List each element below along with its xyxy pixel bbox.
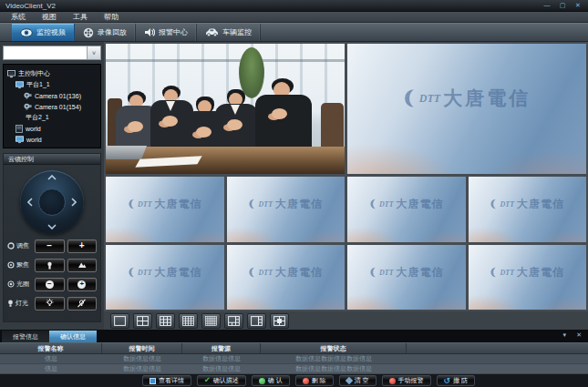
layout-1plus7-button[interactable] — [247, 313, 266, 329]
ptz-direction-pad[interactable] — [20, 170, 84, 234]
focus-near-button[interactable] — [35, 259, 65, 272]
camera-icon — [24, 103, 32, 110]
video-tile-idle[interactable]: DTT 大唐電信 — [347, 245, 466, 311]
tree-item-platform2[interactable]: 平台2_1 — [5, 112, 98, 123]
iris-label: 光圈 — [7, 280, 32, 289]
confirm-description-button[interactable]: ✔ 确认描述 — [197, 375, 246, 386]
table-row[interactable]: 信息 数据信息信息 数据信息信息 数据信息数据信息数据信息 — [0, 354, 588, 364]
target-icon — [7, 261, 15, 269]
window-title: VideoClient_V2 — [5, 2, 56, 10]
tree-item-world-2[interactable]: world — [5, 134, 98, 145]
tab-label: 报警中心 — [159, 27, 188, 37]
tab-confirm-info[interactable]: 确认信息 — [49, 331, 97, 342]
close-icon[interactable]: ✕ — [573, 1, 583, 10]
layout-pip-button[interactable] — [270, 313, 289, 329]
ring-icon — [7, 242, 15, 250]
menu-system[interactable]: 系统 — [3, 12, 34, 22]
cell-alarm-source: 数据信息信息 — [182, 364, 261, 373]
alarm-table-header: 报警名称 报警时间 报警源 报警状态 — [0, 342, 588, 354]
light-label: 灯光 — [7, 299, 32, 308]
cell-alarm-source: 数据信息信息 — [182, 354, 261, 363]
video-tile-live-camera[interactable] — [106, 44, 345, 174]
computer-icon — [15, 136, 24, 144]
tab-monitor-video[interactable]: 监控视频 — [12, 24, 75, 41]
tree-item-world-1[interactable]: world — [5, 123, 98, 134]
ptz-panel: 云镜控制 调焦 − + 聚焦 — [3, 153, 101, 322]
datang-telecom-watermark: DTT 大唐電信 — [369, 264, 444, 280]
arrow-left-icon[interactable] — [27, 198, 33, 207]
cell-alarm-name: 信息 — [0, 354, 102, 363]
chevron-down-icon[interactable]: ˅ — [87, 46, 100, 59]
light-off-button[interactable] — [67, 297, 98, 311]
tree-item-platform1[interactable]: 平台1_1 — [5, 79, 98, 90]
video-tile-idle[interactable]: DTT 大唐電信 — [227, 177, 346, 242]
layout-9-button[interactable] — [156, 313, 175, 329]
device-combobox[interactable]: ˅ — [3, 46, 101, 60]
light-on-button[interactable] — [35, 297, 65, 311]
datang-telecom-watermark: DTT 大唐電信 — [403, 86, 531, 111]
video-tile-idle[interactable]: DTT 大唐電信 — [106, 245, 224, 311]
tab-alarm-info[interactable]: 报警信息 — [2, 331, 49, 342]
menu-help[interactable]: 帮助 — [96, 12, 127, 22]
green-dot-icon — [259, 378, 265, 384]
column-alarm-status: 报警状态 — [261, 343, 407, 353]
crescent-logo-icon — [403, 87, 417, 109]
clear-button[interactable]: 清 空 — [339, 375, 377, 386]
bulb-icon — [7, 300, 14, 308]
delete-button[interactable]: 删 除 — [295, 375, 334, 386]
video-tile-idle[interactable]: DTT 大唐電信 — [347, 177, 466, 242]
tree-item-label: Camera 01(154) — [35, 104, 81, 110]
menu-tools[interactable]: 工具 — [65, 12, 96, 22]
confirm-button[interactable]: 确 认 — [252, 375, 290, 386]
title-bar: VideoClient_V2 — ▢ ✕ — [0, 0, 588, 12]
minimize-icon[interactable]: — — [542, 1, 552, 10]
column-alarm-name: 报警名称 — [0, 343, 102, 353]
screen-layout-bar — [104, 311, 588, 330]
iris-minus-button[interactable]: − — [35, 278, 65, 291]
bulb-on-icon — [45, 299, 55, 308]
layout-1plus5-button[interactable] — [224, 313, 243, 329]
tree-item-control-center[interactable]: 主控制中心 — [5, 68, 98, 79]
video-tile-idle[interactable]: DTT 大唐電信 — [227, 245, 346, 311]
layout-25-button[interactable] — [201, 313, 221, 329]
arrow-up-icon[interactable] — [47, 175, 57, 180]
camera-icon — [24, 92, 32, 99]
zoom-plus-button[interactable]: + — [67, 239, 98, 253]
crescent-logo-icon — [128, 266, 135, 278]
view-details-button[interactable]: 查看详情 — [142, 375, 191, 386]
layout-1-button[interactable] — [110, 313, 129, 329]
alarm-tab-bar: 报警信息 确认信息 ▾ ✕ — [0, 330, 588, 342]
ptz-pad-center[interactable] — [38, 188, 66, 216]
arrow-right-icon[interactable] — [71, 198, 77, 207]
main-toolbar: 监控视频 录像回放 报警中心 车辆监控 — [0, 23, 588, 42]
tab-playback[interactable]: 录像回放 — [75, 24, 136, 41]
manual-alarm-button[interactable]: 手动报警 — [382, 375, 431, 386]
close-icon[interactable]: ✕ — [576, 331, 582, 339]
collapse-icon[interactable]: ▾ — [563, 331, 567, 339]
layout-16-button[interactable] — [179, 313, 198, 329]
table-row[interactable]: 信息 数据信息信息 数据信息信息 数据信息数据信息数据信息 — [0, 364, 588, 374]
arrow-down-icon[interactable] — [47, 224, 57, 229]
video-tile-idle[interactable]: DTT 大唐電信 — [106, 177, 224, 242]
menu-bar: 系统 视图 工具 帮助 — [0, 12, 588, 23]
maximize-icon[interactable]: ▢ — [558, 1, 567, 10]
speaker-icon — [144, 27, 155, 37]
zoom-minus-button[interactable]: − — [35, 239, 65, 253]
tab-alarm-center[interactable]: 报警中心 — [136, 24, 197, 41]
tab-vehicle-monitor[interactable]: 车辆监控 — [197, 24, 261, 41]
iris-plus-button[interactable]: + — [67, 278, 98, 291]
menu-view[interactable]: 视图 — [34, 12, 65, 22]
tree-item-camera-154[interactable]: Camera 01(154) — [5, 101, 98, 112]
datang-telecom-watermark: DTT 大唐電信 — [490, 264, 564, 280]
video-tile-idle[interactable]: DTT 大唐電信 — [347, 44, 586, 174]
focus-far-button[interactable] — [67, 259, 98, 272]
video-tile-idle[interactable]: DTT 大唐電信 — [469, 177, 587, 242]
grid-16-icon — [182, 316, 194, 326]
video-tile-idle[interactable]: DTT 大唐電信 — [469, 245, 587, 311]
disarm-button[interactable]: ↺ 撤 防 — [437, 375, 476, 386]
crescent-logo-icon — [490, 266, 497, 278]
layout-4-button[interactable] — [133, 313, 152, 329]
tree-item-label: world — [26, 126, 41, 132]
tree-item-camera-136[interactable]: Camera 01(136) — [5, 90, 98, 101]
ptz-row-zoom: 调焦 − + — [7, 239, 97, 253]
